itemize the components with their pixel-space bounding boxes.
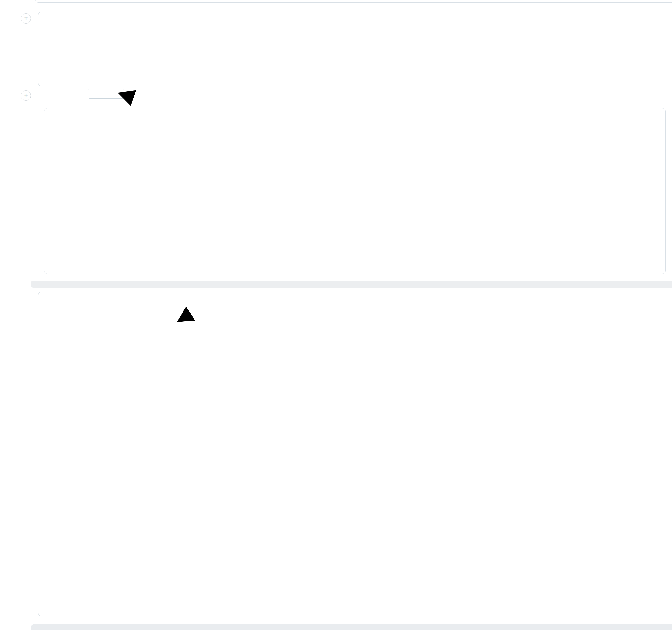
python-cell[interactable]: [38, 292, 672, 616]
add-cell-button[interactable]: +: [21, 13, 31, 24]
add-cell-button[interactable]: +: [21, 91, 31, 101]
sql-cell[interactable]: [38, 12, 672, 86]
output-variable-pill[interactable]: [88, 89, 124, 98]
previous-cell-edge: [35, 0, 672, 3]
notebook-page: + +: [0, 0, 672, 630]
result-table: [44, 108, 666, 274]
cell-divider-band[interactable]: [31, 281, 672, 288]
next-cell-bar[interactable]: [31, 624, 672, 630]
